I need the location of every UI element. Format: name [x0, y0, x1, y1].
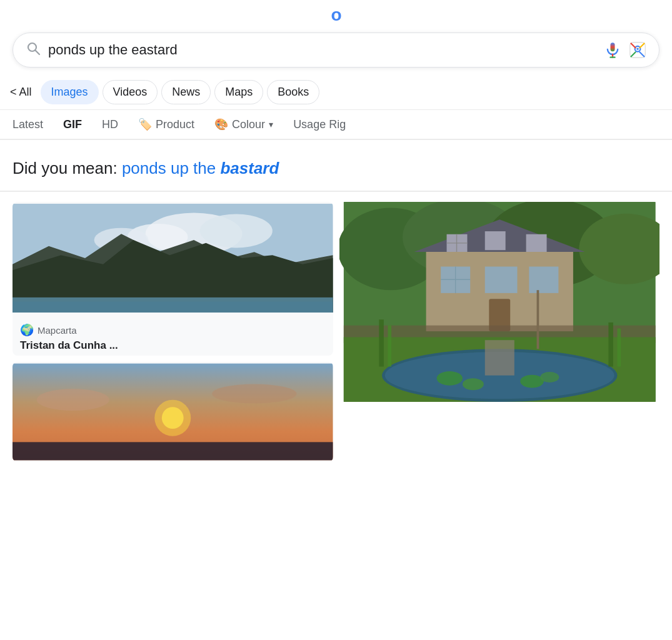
image-col-left: 🌍 Mapcarta Tristan da Cunha ... [13, 202, 333, 462]
did-you-mean: Did you mean: ponds up the bastard [0, 140, 672, 191]
source-name: Mapcarta [38, 325, 77, 336]
image-grid: 🌍 Mapcarta Tristan da Cunha ... [0, 192, 672, 472]
tab-books[interactable]: Books [267, 80, 319, 104]
lens-icon[interactable] [629, 41, 646, 59]
svg-rect-51 [388, 326, 391, 367]
filter-hd[interactable]: HD [102, 118, 118, 131]
product-icon: 🏷️ [138, 118, 152, 131]
svg-line-1 [36, 51, 40, 55]
filter-latest[interactable]: Latest [13, 118, 43, 131]
svg-rect-36 [484, 267, 517, 293]
svg-point-7 [636, 48, 639, 51]
svg-rect-2 [611, 42, 615, 51]
svg-rect-52 [608, 322, 613, 367]
search-icon [26, 41, 41, 59]
filter-bar: Latest GIF HD 🏷️ Product 🎨 Colour ▾ Usag… [0, 110, 672, 140]
search-bar: ponds up the eastard [13, 32, 659, 68]
logo-letter: o [331, 5, 341, 24]
tab-news[interactable]: News [161, 80, 211, 104]
svg-point-19 [162, 407, 184, 429]
sunset-image [13, 362, 333, 462]
search-input[interactable]: ponds up the eastard [48, 42, 596, 58]
svg-rect-32 [526, 234, 546, 252]
svg-rect-16 [13, 302, 333, 312]
filter-usage[interactable]: Usage Rig [293, 118, 346, 131]
tab-images[interactable]: Images [41, 80, 99, 104]
tab-maps[interactable]: Maps [214, 80, 263, 104]
image-card-mountain[interactable]: 🌍 Mapcarta Tristan da Cunha ... [13, 202, 333, 356]
svg-rect-54 [536, 290, 539, 349]
filter-tabs: < All Images Videos News Maps Books [0, 75, 672, 110]
image-card-pond[interactable] [339, 202, 660, 402]
chevron-down-icon: ▾ [269, 119, 273, 129]
image-title: Tristan da Cunha ... [20, 339, 326, 352]
tab-all[interactable]: < All [10, 81, 37, 104]
image-caption-mountain: 🌍 Mapcarta Tristan da Cunha ... [13, 317, 333, 356]
source-row: 🌍 Mapcarta [20, 323, 326, 337]
image-col-right [339, 202, 660, 462]
pond-house-image [339, 202, 660, 402]
did-you-mean-prefix: Did you mean: [13, 159, 122, 178]
search-bar-container: ponds up the eastard [0, 28, 672, 75]
colour-icon: 🎨 [214, 118, 228, 131]
svg-point-45 [436, 371, 462, 386]
source-globe-icon: 🌍 [20, 323, 34, 337]
svg-rect-37 [529, 267, 558, 293]
svg-rect-20 [13, 442, 333, 460]
filter-product[interactable]: 🏷️ Product [138, 118, 194, 131]
did-you-mean-link[interactable]: ponds up the bastard [122, 159, 279, 178]
tab-videos[interactable]: Videos [103, 80, 158, 104]
mic-icon[interactable] [604, 41, 621, 59]
svg-point-22 [212, 384, 296, 404]
filter-gif[interactable]: GIF [63, 118, 82, 131]
svg-rect-50 [379, 319, 384, 366]
svg-point-46 [462, 378, 483, 390]
mountain-image [13, 202, 333, 314]
svg-rect-53 [617, 328, 621, 366]
svg-point-48 [540, 372, 559, 382]
svg-point-47 [520, 375, 544, 388]
image-card-sunset[interactable] [13, 362, 333, 462]
google-logo-partial: o [0, 0, 672, 28]
svg-point-10 [200, 214, 273, 248]
filter-colour[interactable]: 🎨 Colour ▾ [214, 118, 273, 131]
svg-rect-31 [484, 231, 505, 250]
svg-point-21 [37, 389, 109, 411]
svg-rect-49 [484, 340, 514, 375]
